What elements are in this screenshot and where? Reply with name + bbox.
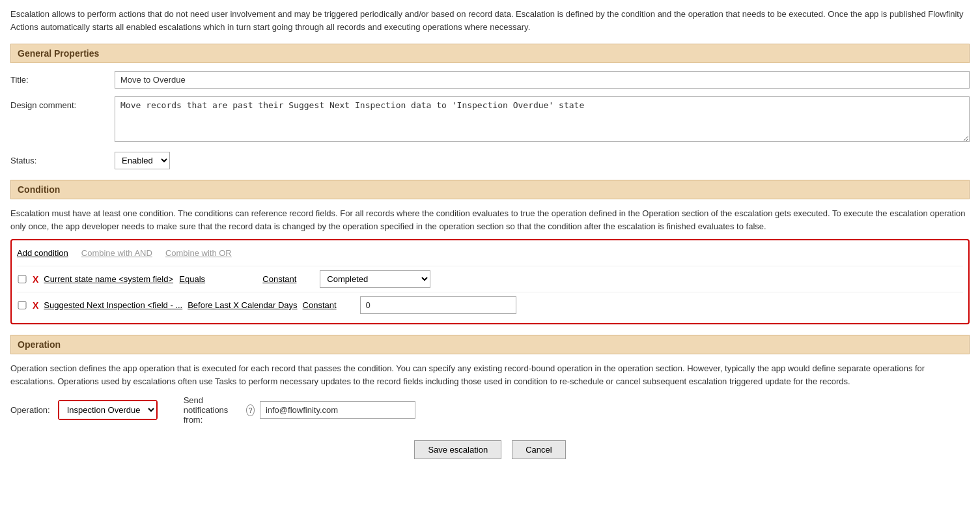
condition-1-value-select-wrapper: Completed Active Inactive Inspection Ove… <box>320 270 437 288</box>
condition-1-checkbox[interactable] <box>17 275 27 283</box>
operation-section: Operation Operation section defines the … <box>10 335 970 425</box>
condition-2-delete-icon[interactable]: X <box>33 300 38 311</box>
condition-actions: Add condition Combine with AND Combine w… <box>17 246 963 261</box>
condition-box: Add condition Combine with AND Combine w… <box>10 239 970 324</box>
operation-select-wrapper: Inspection Overdue Move to Active Move t… <box>58 400 158 420</box>
status-label: Status: <box>10 152 115 165</box>
combine-and-link[interactable]: Combine with AND <box>81 248 152 258</box>
condition-header: Condition <box>10 180 970 199</box>
status-control: Enabled Disabled <box>115 152 970 169</box>
combine-or-link[interactable]: Combine with OR <box>165 248 232 258</box>
save-escalation-button[interactable]: Save escalation <box>414 440 501 459</box>
condition-1-field[interactable]: Current state name <system field> <box>44 274 174 284</box>
condition-row-2: X Suggested Next Inspection <field - ...… <box>17 292 963 318</box>
condition-section: Condition Escalation must have at least … <box>10 180 970 324</box>
status-row: Status: Enabled Disabled <box>10 152 970 169</box>
condition-2-value-input-wrapper <box>360 296 516 314</box>
condition-2-value-input[interactable] <box>360 296 516 314</box>
operation-left: Operation: Inspection Overdue Move to Ac… <box>10 400 158 420</box>
design-comment-row: Design comment: Move records that are pa… <box>10 96 970 144</box>
design-comment-control: Move records that are past their Suggest… <box>115 96 970 144</box>
condition-1-operator[interactable]: Equals <box>179 274 257 284</box>
general-properties-section: General Properties Title: Design comment… <box>10 44 970 169</box>
condition-2-value-type[interactable]: Constant <box>303 300 355 310</box>
help-icon[interactable]: ? <box>246 404 254 416</box>
title-row: Title: <box>10 71 970 89</box>
design-comment-label: Design comment: <box>10 96 115 110</box>
condition-1-value-select[interactable]: Completed Active Inactive Inspection Ove… <box>320 270 430 288</box>
condition-1-value-type[interactable]: Constant <box>262 274 315 284</box>
title-label: Title: <box>10 71 115 85</box>
intro-text: Escalation allows to perform actions tha… <box>10 8 970 33</box>
condition-row-1: X Current state name <system field> Equa… <box>17 266 963 292</box>
operation-header: Operation <box>10 335 970 354</box>
send-notif-email-input[interactable] <box>260 401 415 419</box>
operation-label: Operation: <box>10 405 50 415</box>
send-notif-label: Send notifications from: <box>184 395 242 425</box>
condition-1-delete-icon[interactable]: X <box>33 274 38 285</box>
add-condition-link[interactable]: Add condition <box>17 248 68 258</box>
condition-2-field[interactable]: Suggested Next Inspection <field - ... <box>44 300 182 310</box>
operation-select[interactable]: Inspection Overdue Move to Active Move t… <box>59 401 156 419</box>
status-select[interactable]: Enabled Disabled <box>115 152 170 169</box>
cancel-button[interactable]: Cancel <box>512 440 565 459</box>
general-properties-header: General Properties <box>10 44 970 63</box>
title-control <box>115 71 970 89</box>
footer-buttons: Save escalation Cancel <box>10 440 970 472</box>
page-content: Escalation allows to perform actions tha… <box>0 0 980 480</box>
condition-desc: Escalation must have at least one condit… <box>10 207 970 233</box>
design-comment-input[interactable]: Move records that are past their Suggest… <box>115 96 970 142</box>
operation-desc: Operation section defines the app operat… <box>10 362 970 388</box>
title-input[interactable] <box>115 71 970 89</box>
condition-2-operator[interactable]: Before Last X Calendar Days <box>188 300 297 310</box>
condition-2-checkbox[interactable] <box>17 301 27 309</box>
operation-right: Send notifications from: ? <box>184 395 415 425</box>
operation-row: Operation: Inspection Overdue Move to Ac… <box>10 395 970 425</box>
